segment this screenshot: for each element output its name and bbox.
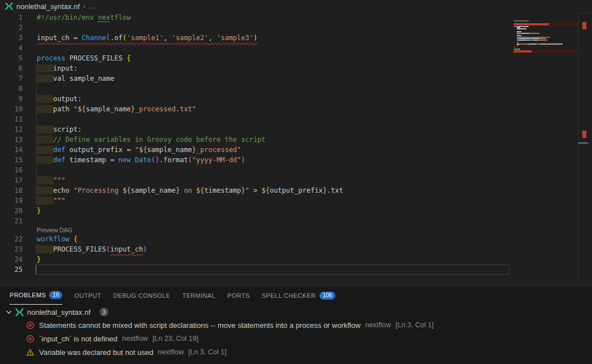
problem-source: nextflow	[365, 321, 391, 329]
line-number[interactable]: 8	[0, 84, 23, 94]
panel-tab-problems[interactable]: PROBLEMS16	[10, 286, 62, 305]
code-line[interactable]: 24}	[0, 254, 592, 265]
line-number[interactable]: 19	[0, 196, 23, 206]
code-line-text: PROCESS_FILES(input_ch)	[37, 244, 147, 254]
problem-row[interactable]: Statements cannot be mixed with script d…	[0, 318, 592, 332]
line-number[interactable]: 20	[0, 206, 23, 216]
problem-location: [Ln 3, Col 1]	[188, 348, 226, 356]
code-line[interactable]: 9 output:	[0, 94, 592, 104]
code-line[interactable]: 5process PROCESS_FILES {	[0, 53, 592, 63]
code-line[interactable]: 22workflow {	[0, 234, 592, 244]
nextflow-icon	[15, 308, 24, 317]
code-line[interactable]: 3input_ch = Channel.of('sample1', 'sampl…	[0, 33, 592, 43]
line-number[interactable]: 1	[0, 12, 23, 23]
code-line[interactable]: 7 val sample_name	[0, 73, 592, 84]
line-number[interactable]: 9	[0, 94, 23, 104]
line-number[interactable]: 25	[0, 265, 23, 275]
line-number[interactable]: 7	[0, 73, 23, 84]
current-line-highlight	[36, 265, 509, 275]
problems-file-group[interactable]: nonlethal_syntax.nf 3	[0, 306, 592, 318]
problem-message: `input_ch` is not defined	[39, 335, 118, 343]
line-number[interactable]: 22	[0, 234, 23, 244]
code-line-text: }	[37, 206, 41, 216]
ruler-cursor-marker[interactable]	[578, 142, 588, 144]
codelens-row[interactable]: Preview DAG	[0, 226, 592, 234]
code-line[interactable]: 4	[0, 43, 592, 53]
code-line-text: input:	[37, 63, 77, 73]
code-line[interactable]: 18 echo "Processing ${sample_name} on ${…	[0, 185, 592, 196]
line-number[interactable]: 3	[0, 33, 23, 43]
code-line[interactable]: 16	[0, 165, 592, 175]
line-number[interactable]: 12	[0, 124, 23, 135]
code-line-text: input_ch = Channel.of('sample1', 'sample…	[37, 33, 257, 43]
line-number[interactable]: 11	[0, 114, 23, 124]
panel-tab-terminal[interactable]: TERMINAL	[182, 286, 215, 305]
chevron-down-icon[interactable]	[6, 309, 12, 315]
breadcrumb-more[interactable]: …	[89, 2, 96, 10]
line-number[interactable]: 15	[0, 155, 23, 165]
code-line[interactable]: 23 PROCESS_FILES(input_ch)	[0, 244, 592, 254]
problems-file-name: nonlethal_syntax.nf	[27, 308, 90, 317]
code-line-text: path "${sample_name}_processed.txt"	[37, 104, 196, 114]
breadcrumb-filename[interactable]: nonlethal_syntax.nf	[16, 2, 80, 11]
tab-badge: 106	[319, 292, 336, 300]
line-number[interactable]: 13	[0, 135, 23, 145]
line-number[interactable]: 4	[0, 43, 23, 53]
line-number[interactable]: 21	[0, 216, 23, 226]
line-number[interactable]: 5	[0, 53, 23, 63]
code-line[interactable]: 21	[0, 216, 592, 226]
line-number[interactable]: 24	[0, 254, 23, 265]
code-line[interactable]: 19 """	[0, 196, 592, 206]
breadcrumb: nonlethal_syntax.nf › …	[0, 0, 592, 12]
code-editor[interactable]: 1#!/usr/bin/env nextflow23input_ch = Cha…	[0, 12, 592, 285]
code-line[interactable]: 12 script:	[0, 124, 592, 135]
code-line-text: """	[37, 196, 66, 206]
code-line[interactable]: 17 """	[0, 175, 592, 185]
line-number[interactable]: 16	[0, 165, 23, 175]
code-line[interactable]: 6 input:	[0, 63, 592, 73]
line-number[interactable]: 10	[0, 104, 23, 114]
ruler-error-marker[interactable]	[582, 131, 586, 138]
error-squiggle: input_ch = Channel.of('sample1', 'sample…	[37, 34, 257, 42]
problem-row[interactable]: `input_ch` is not definednextflow[Ln 23,…	[0, 332, 592, 345]
error-icon	[26, 335, 34, 343]
breadcrumb-separator: ›	[83, 2, 85, 10]
panel-tab-output[interactable]: OUTPUT	[74, 286, 101, 305]
problem-source: nextflow	[122, 335, 148, 343]
ruler-error-marker[interactable]	[582, 22, 586, 29]
line-number[interactable]: 2	[0, 23, 23, 33]
code-line[interactable]: 1#!/usr/bin/env nextflow	[0, 12, 592, 23]
codelens-preview-dag[interactable]: Preview DAG	[37, 226, 72, 234]
code-line[interactable]: 8	[0, 84, 592, 94]
code-line[interactable]: 14 def output_prefix = "${sample_name}_p…	[0, 145, 592, 155]
line-number[interactable]: 6	[0, 63, 23, 73]
panel-tab-ports[interactable]: PORTS	[227, 286, 250, 305]
overview-ruler[interactable]	[578, 12, 592, 285]
panel-tab-spell-checker[interactable]: SPELL CHECKER106	[262, 286, 336, 305]
panel-tab-debug-console[interactable]: DEBUG CONSOLE	[113, 286, 170, 305]
code-line[interactable]: 10 path "${sample_name}_processed.txt"	[0, 104, 592, 114]
line-number[interactable]: 23	[0, 244, 23, 254]
tab-badge: 16	[49, 291, 62, 299]
code-line[interactable]: 11	[0, 114, 592, 124]
panel-tabs: PROBLEMS16OUTPUTDEBUG CONSOLETERMINALPOR…	[0, 286, 592, 305]
code-line[interactable]: 20}	[0, 206, 592, 216]
code-line[interactable]: 15 def timestamp = new Date().format("yy…	[0, 155, 592, 165]
problems-tree: nonlethal_syntax.nf 3 Statements cannot …	[0, 305, 592, 359]
code-line[interactable]: 25	[0, 265, 592, 275]
code-line[interactable]: 13 // Define variables in Groovy code be…	[0, 135, 592, 145]
problem-row[interactable]: Variable was declared but not usednextfl…	[0, 345, 592, 359]
bottom-panel: PROBLEMS16OUTPUTDEBUG CONSOLETERMINALPOR…	[0, 285, 592, 364]
line-number[interactable]: 14	[0, 145, 23, 155]
problems-list: Statements cannot be mixed with script d…	[0, 318, 592, 359]
code-line-text: output:	[37, 94, 81, 104]
minimap[interactable]	[512, 12, 578, 295]
code-rows: 1#!/usr/bin/env nextflow23input_ch = Cha…	[0, 12, 592, 275]
line-number[interactable]: 18	[0, 185, 23, 196]
code-line[interactable]: 2	[0, 23, 592, 33]
code-line-text: val sample_name	[37, 73, 114, 84]
code-line-text: // Define variables in Groovy code befor…	[37, 135, 266, 145]
line-number[interactable]: 17	[0, 175, 23, 185]
code-line-text: process PROCESS_FILES {	[37, 53, 131, 63]
code-line-text: workflow {	[37, 234, 77, 244]
